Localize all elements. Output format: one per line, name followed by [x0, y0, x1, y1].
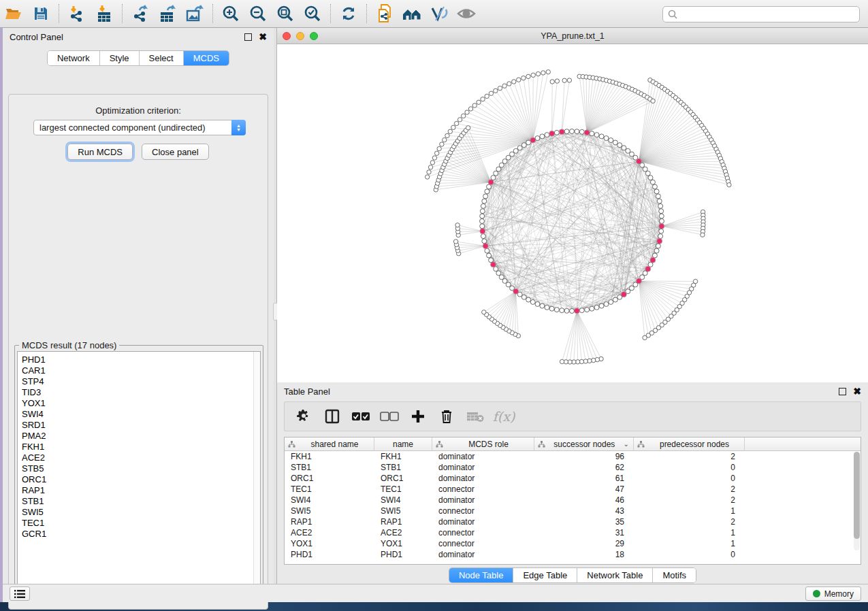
mcds-result-item[interactable]: STP4 [22, 376, 260, 387]
task-history-button[interactable] [10, 587, 30, 601]
network-canvas[interactable] [277, 44, 868, 382]
select-stepper-icon: ▲▼ [231, 120, 246, 135]
mcds-result-item[interactable]: YOX1 [22, 398, 260, 409]
add-column-icon[interactable] [407, 406, 429, 427]
mcds-list-scrollbar[interactable] [253, 352, 260, 595]
node-table[interactable]: shared namenameMCDS rolesuccessor nodes⌄… [284, 437, 861, 565]
close-panel-icon[interactable]: ✖ [853, 388, 861, 395]
float-panel-icon[interactable] [839, 388, 846, 395]
tab-node-table[interactable]: Node Table [449, 568, 514, 582]
run-mcds-button[interactable]: Run MCDS [67, 144, 133, 160]
tab-motifs[interactable]: Motifs [653, 568, 696, 582]
columns-icon[interactable] [321, 406, 343, 427]
network-graph [277, 44, 868, 382]
zoom-selected-icon[interactable] [299, 1, 326, 26]
tab-style[interactable]: Style [100, 51, 140, 65]
column-header-predecessor-nodes[interactable]: predecessor nodes [634, 437, 745, 450]
sort-chevron-icon[interactable]: ⌄ [624, 440, 629, 448]
export-table-icon[interactable] [154, 1, 181, 26]
mcds-result-item[interactable]: SWI5 [22, 507, 260, 518]
table-cell: 31 [534, 527, 634, 538]
table-row[interactable]: YOX1YOX1connector291 [285, 538, 861, 549]
table-row[interactable]: STB1STB1dominator620 [285, 462, 861, 473]
table-row[interactable]: PHD1PHD1dominator180 [285, 549, 861, 560]
mcds-result-item[interactable]: SRD1 [22, 420, 260, 431]
import-network-icon[interactable] [63, 1, 91, 26]
table-row[interactable]: FKH1FKH1dominator962 [285, 451, 861, 462]
hide-selected-icon[interactable] [425, 1, 453, 26]
show-selected-icon[interactable] [453, 1, 480, 26]
zoom-out-icon[interactable] [244, 1, 272, 26]
mcds-result-item[interactable]: CAR1 [22, 365, 260, 376]
mcds-result-item[interactable]: FKH1 [22, 442, 260, 452]
mcds-result-item[interactable]: TID3 [22, 387, 260, 398]
search-box[interactable] [662, 6, 860, 22]
close-panel-button[interactable]: Close panel [142, 144, 209, 160]
table-cell: 47 [534, 484, 634, 495]
table-row[interactable]: RAP1RAP1dominator352 [285, 516, 861, 527]
mcds-result-item[interactable]: PMA2 [22, 431, 260, 442]
table-cell: STB1 [285, 462, 374, 473]
tab-network[interactable]: Network [48, 51, 100, 65]
search-icon [667, 9, 678, 20]
open-file-icon[interactable] [0, 1, 27, 26]
mcds-result-item[interactable]: ACE2 [22, 452, 260, 463]
table-scrollbar[interactable] [854, 452, 860, 550]
table-cell: dominator [432, 495, 534, 506]
new-network-from-selection-icon[interactable] [371, 1, 398, 26]
export-image-icon[interactable] [181, 1, 208, 26]
tab-mcds[interactable]: MCDS [184, 51, 229, 65]
table-cell: 43 [534, 506, 634, 516]
show-all-nodes-icon[interactable] [398, 1, 425, 26]
mcds-result-item[interactable]: RAP1 [22, 485, 260, 496]
list-icon [14, 589, 26, 599]
deselect-all-checkboxes-icon[interactable] [379, 406, 400, 427]
column-header-name[interactable]: name [374, 437, 432, 450]
table-row[interactable]: ACE2ACE2connector311 [285, 527, 861, 538]
mcds-result-item[interactable]: ORC1 [22, 474, 260, 485]
column-header-successor-nodes[interactable]: successor nodes⌄ [534, 437, 634, 450]
table-cell: dominator [432, 516, 534, 527]
zoom-fit-icon[interactable] [272, 1, 299, 26]
tab-select[interactable]: Select [140, 51, 184, 65]
table-cell: YOX1 [285, 538, 374, 549]
float-panel-icon[interactable] [244, 33, 252, 41]
column-header-shared-name[interactable]: shared name [285, 437, 374, 450]
mcds-result-item[interactable]: SWI4 [22, 409, 260, 420]
delete-column-icon[interactable] [436, 406, 457, 427]
save-session-icon[interactable] [27, 1, 54, 26]
memory-button[interactable]: Memory [805, 587, 861, 601]
export-network-icon[interactable] [127, 1, 154, 26]
criterion-select[interactable]: largest connected component (undirected)… [33, 120, 246, 135]
mcds-result-item[interactable]: STB1 [22, 496, 260, 507]
tab-edge-table[interactable]: Edge Table [513, 568, 577, 582]
mcds-result-list[interactable]: PHD1CAR1STP4TID3YOX1SWI4SRD1PMA2FKH1ACE2… [17, 351, 261, 595]
search-input[interactable] [678, 7, 859, 21]
tab-network-table[interactable]: Network Table [577, 568, 653, 582]
table-panel-titlebar: Table Panel ✖ [277, 382, 868, 400]
table-cell: 2 [634, 484, 745, 495]
status-bar: Memory [3, 584, 868, 602]
mcds-result-item[interactable]: PHD1 [22, 354, 260, 365]
close-panel-icon[interactable]: ✖ [259, 33, 267, 41]
table-cell: ACE2 [374, 527, 432, 538]
table-row[interactable]: TEC1TEC1connector472 [285, 484, 861, 495]
export-table-icon [159, 5, 176, 22]
column-header-MCDS-role[interactable]: MCDS role [432, 437, 534, 450]
delete-table-icon[interactable] [464, 406, 486, 427]
refresh-icon[interactable] [335, 1, 362, 26]
table-row[interactable]: SWI4SWI4dominator462 [285, 495, 861, 506]
mcds-result-item[interactable]: STB5 [22, 463, 260, 474]
control-panel: Control Panel ✖ NetworkStyleSelectMCDS O… [3, 28, 274, 584]
mcds-result-item[interactable]: TEC1 [22, 518, 260, 529]
table-row[interactable]: SWI5SWI5connector431 [285, 506, 861, 516]
gear-icon[interactable] [293, 406, 315, 427]
select-all-checkboxes-icon[interactable] [350, 406, 372, 427]
table-cell: RAP1 [374, 516, 432, 527]
table-row[interactable]: ORC1ORC1dominator610 [285, 473, 861, 484]
mcds-result-item[interactable]: GCR1 [22, 529, 260, 540]
function-builder-icon[interactable]: f(x) [493, 406, 515, 427]
zoom-in-icon[interactable] [217, 1, 244, 26]
import-table-icon[interactable] [91, 1, 118, 26]
table-scrollbar-thumb[interactable] [854, 452, 860, 539]
